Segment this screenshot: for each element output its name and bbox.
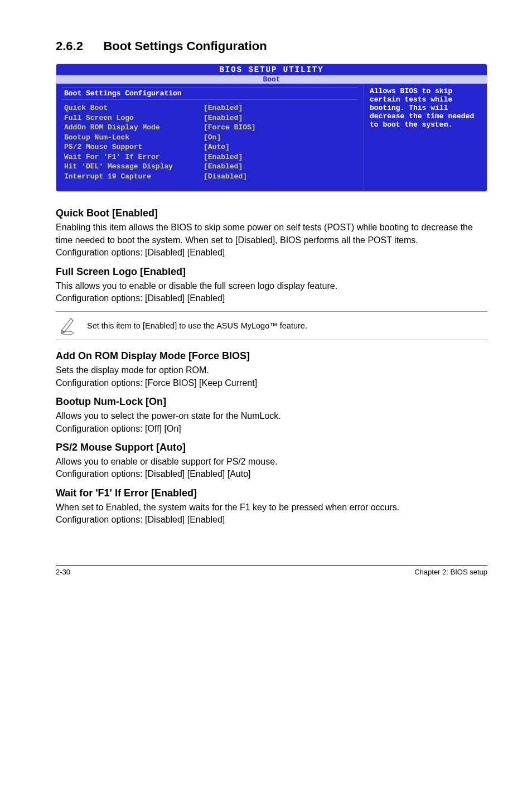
paragraph: Sets the display mode for option ROM. Co… bbox=[56, 364, 487, 389]
bios-item-label: Bootup Num-Lock bbox=[64, 133, 204, 143]
page-number: 2-30 bbox=[56, 568, 70, 576]
bios-item-value: [Force BIOS] bbox=[204, 123, 356, 133]
bios-item-value: [Enabled] bbox=[204, 113, 356, 123]
bios-item-label: Full Screen Logo bbox=[64, 113, 204, 123]
section-heading: 2.6.2 Boot Settings Configuration bbox=[56, 39, 487, 54]
page-footer: 2-30 Chapter 2: BIOS setup bbox=[56, 565, 487, 576]
bios-row: Bootup Num-Lock [On] bbox=[62, 133, 358, 143]
bios-help-panel: Allows BIOS to skip certain tests while … bbox=[364, 84, 487, 191]
section-number: 2.6.2 bbox=[56, 39, 83, 54]
bios-row: AddOn ROM Display Mode [Force BIOS] bbox=[62, 123, 358, 133]
bios-item-value: [Disabled] bbox=[204, 172, 356, 182]
subheading-fullscreen: Full Screen Logo [Enabled] bbox=[56, 266, 487, 278]
body-text: Allows you to select the power-on state … bbox=[56, 411, 281, 421]
bios-row: Quick Boot [Enabled] bbox=[62, 103, 358, 113]
subheading-addon: Add On ROM Display Mode [Force BIOS] bbox=[56, 350, 487, 362]
config-options: Configuration options: [Disabled] [Enabl… bbox=[56, 469, 251, 479]
bios-item-value: [Enabled] bbox=[204, 162, 356, 172]
bios-item-value: [Enabled] bbox=[204, 152, 356, 162]
paragraph: When set to Enabled, the system waits fo… bbox=[56, 501, 487, 526]
config-options: Configuration options: [Disabled] [Enabl… bbox=[56, 248, 225, 257]
subheading-ps2: PS/2 Mouse Support [Auto] bbox=[56, 442, 487, 453]
bios-row: PS/2 Mouse Support [Auto] bbox=[62, 142, 358, 152]
bios-item-label: Wait For 'F1' If Error bbox=[64, 152, 204, 162]
bios-header: BIOS SETUP UTILITY bbox=[56, 64, 487, 75]
paragraph: Allows you to select the power-on state … bbox=[56, 410, 487, 435]
body-text: When set to Enabled, the system waits fo… bbox=[56, 503, 399, 512]
config-options: Configuration options: [Disabled] [Enabl… bbox=[56, 293, 225, 303]
bios-item-label: Interrupt 19 Capture bbox=[64, 172, 204, 182]
bios-item-label: AddOn ROM Display Mode bbox=[64, 123, 204, 133]
bios-item-value: [Enabled] bbox=[204, 103, 356, 113]
paragraph: Allows you to enable or disable support … bbox=[56, 456, 487, 481]
bios-tab: Boot bbox=[56, 75, 487, 84]
bios-row: Wait For 'F1' If Error [Enabled] bbox=[62, 152, 358, 162]
body-text: Enabling this item allows the BIOS to sk… bbox=[56, 223, 473, 244]
body-text: This allows you to enable or disable the… bbox=[56, 281, 337, 291]
paragraph: Enabling this item allows the BIOS to sk… bbox=[56, 221, 487, 259]
bios-subheader: Boot Settings Configuration bbox=[62, 87, 358, 100]
body-text: Allows you to enable or disable support … bbox=[56, 457, 278, 466]
bios-row: Hit 'DEL' Message Display [Enabled] bbox=[62, 162, 358, 172]
subheading-quickboot: Quick Boot [Enabled] bbox=[56, 207, 487, 219]
bios-row: Interrupt 19 Capture [Disabled] bbox=[62, 172, 358, 182]
bios-left-panel: Boot Settings Configuration Quick Boot [… bbox=[56, 84, 364, 191]
bios-screenshot: BIOS SETUP UTILITY Boot Boot Settings Co… bbox=[56, 64, 487, 192]
bios-item-label: Quick Boot bbox=[64, 103, 204, 113]
note-box: Set this item to [Enabled] to use the AS… bbox=[56, 311, 487, 340]
bios-row: Full Screen Logo [Enabled] bbox=[62, 113, 358, 123]
bios-item-label: Hit 'DEL' Message Display bbox=[64, 162, 204, 172]
config-options: Configuration options: [Off] [On] bbox=[56, 424, 181, 433]
section-title: Boot Settings Configuration bbox=[103, 39, 267, 53]
config-options: Configuration options: [Disabled] [Enabl… bbox=[56, 515, 225, 524]
chapter-label: Chapter 2: BIOS setup bbox=[414, 568, 487, 576]
bios-item-value: [On] bbox=[204, 133, 356, 143]
subheading-waitf1: Wait for 'F1' If Error [Enabled] bbox=[56, 487, 487, 499]
pencil-icon bbox=[58, 316, 77, 335]
bios-item-label: PS/2 Mouse Support bbox=[64, 142, 204, 152]
body-text: Sets the display mode for option ROM. bbox=[56, 365, 209, 375]
bios-item-value: [Auto] bbox=[204, 142, 356, 152]
subheading-numlock: Bootup Num-Lock [On] bbox=[56, 396, 487, 408]
paragraph: This allows you to enable or disable the… bbox=[56, 280, 487, 305]
note-text: Set this item to [Enabled] to use the AS… bbox=[87, 321, 307, 330]
config-options: Configuration options: [Force BIOS] [Kee… bbox=[56, 378, 257, 388]
